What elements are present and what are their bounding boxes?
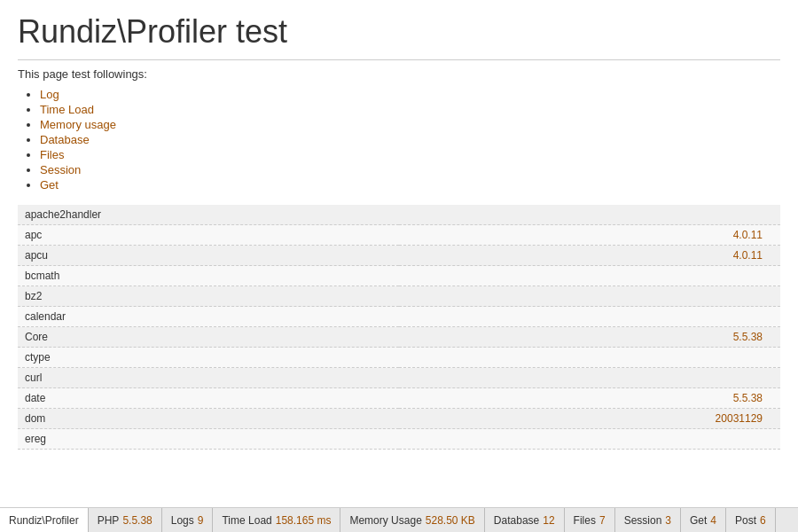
status-bar: Rundiz\ProfilerPHP5.5.38Logs9Time Load15… bbox=[0, 507, 798, 532]
status-item[interactable]: Session3 bbox=[615, 508, 681, 532]
feature-list-item: Memory usage bbox=[40, 118, 780, 131]
status-label: PHP bbox=[98, 514, 120, 527]
status-value: 3 bbox=[665, 514, 671, 527]
feature-link[interactable]: Database bbox=[40, 133, 90, 146]
row-name: curl bbox=[18, 368, 399, 388]
row-value bbox=[399, 307, 780, 327]
status-value: 12 bbox=[543, 514, 554, 527]
status-item[interactable]: Rundiz\Profiler bbox=[0, 508, 89, 532]
row-value: 5.5.38 bbox=[399, 327, 780, 348]
row-name: dom bbox=[18, 409, 399, 429]
row-name: ereg bbox=[18, 429, 399, 450]
status-label: Database bbox=[494, 514, 539, 527]
feature-list: LogTime LoadMemory usageDatabaseFilesSes… bbox=[40, 88, 780, 192]
status-label: Logs bbox=[171, 514, 194, 527]
table-row: bcmath bbox=[18, 266, 780, 286]
status-value: 9 bbox=[198, 514, 204, 527]
feature-list-item: Session bbox=[40, 163, 780, 176]
status-item[interactable]: Post6 bbox=[726, 508, 776, 532]
row-value bbox=[399, 266, 780, 286]
feature-list-item: Database bbox=[40, 133, 780, 146]
feature-list-item: Files bbox=[40, 148, 780, 161]
feature-list-item: Time Load bbox=[40, 103, 780, 116]
row-value bbox=[399, 205, 780, 225]
row-name: bz2 bbox=[18, 286, 399, 307]
status-value: 6 bbox=[760, 514, 766, 527]
row-name: apc bbox=[18, 225, 399, 246]
row-value: 4.0.11 bbox=[399, 246, 780, 266]
status-value: 528.50 KB bbox=[426, 514, 475, 527]
status-item[interactable]: Memory Usage528.50 KB bbox=[340, 508, 484, 532]
row-name: apache2handler bbox=[18, 205, 399, 225]
feature-link[interactable]: Session bbox=[40, 163, 81, 176]
status-label: Rundiz\Profiler bbox=[9, 514, 79, 527]
row-name: ctype bbox=[18, 348, 399, 368]
table-row: ctype bbox=[18, 348, 780, 368]
status-label: Files bbox=[574, 514, 596, 527]
table-row: calendar bbox=[18, 307, 780, 327]
row-name: apcu bbox=[18, 246, 399, 266]
page-title: Rundiz\Profiler test bbox=[18, 13, 780, 60]
table-row: bz2 bbox=[18, 286, 780, 307]
feature-link[interactable]: Time Load bbox=[40, 103, 94, 116]
status-item[interactable]: Database12 bbox=[485, 508, 565, 532]
row-name: date bbox=[18, 388, 399, 409]
row-value bbox=[399, 368, 780, 388]
status-item[interactable]: Get4 bbox=[681, 508, 726, 532]
table-row: apc4.0.11 bbox=[18, 225, 780, 246]
row-name: bcmath bbox=[18, 266, 399, 286]
table-row: Core5.5.38 bbox=[18, 327, 780, 348]
status-value: 4 bbox=[710, 514, 716, 527]
status-value: 158.165 ms bbox=[276, 514, 332, 527]
row-value: 4.0.11 bbox=[399, 225, 780, 246]
row-name: Core bbox=[18, 327, 399, 348]
feature-list-item: Log bbox=[40, 88, 780, 101]
row-name: calendar bbox=[18, 307, 399, 327]
status-value: 5.5.38 bbox=[122, 514, 152, 527]
table-row: dom20031129 bbox=[18, 409, 780, 429]
status-item[interactable]: Logs9 bbox=[162, 508, 214, 532]
feature-link[interactable]: Files bbox=[40, 148, 64, 161]
status-label: Get bbox=[690, 514, 707, 527]
data-table: apache2handlerapc4.0.11apcu4.0.11bcmathb… bbox=[18, 205, 780, 450]
status-item[interactable]: Files7 bbox=[565, 508, 615, 532]
status-item[interactable]: Time Load158.165 ms bbox=[213, 508, 340, 532]
table-row: date5.5.38 bbox=[18, 388, 780, 409]
table-row: curl bbox=[18, 368, 780, 388]
feature-link[interactable]: Get bbox=[40, 178, 59, 192]
status-label: Time Load bbox=[222, 514, 271, 527]
status-label: Memory Usage bbox=[349, 514, 421, 527]
row-value: 20031129 bbox=[399, 409, 780, 429]
row-value bbox=[399, 429, 780, 450]
intro-text: This page test followings: bbox=[18, 67, 780, 81]
status-label: Session bbox=[624, 514, 662, 527]
row-value bbox=[399, 348, 780, 368]
table-row: apache2handler bbox=[18, 205, 780, 225]
main-content: Rundiz\Profiler test This page test foll… bbox=[0, 0, 798, 507]
table-row: ereg bbox=[18, 429, 780, 450]
feature-link[interactable]: Log bbox=[40, 88, 59, 101]
status-value: 7 bbox=[599, 514, 606, 527]
feature-list-item: Get bbox=[40, 178, 780, 192]
row-value bbox=[399, 286, 780, 307]
row-value: 5.5.38 bbox=[399, 388, 780, 409]
feature-link[interactable]: Memory usage bbox=[40, 118, 116, 131]
table-row: apcu4.0.11 bbox=[18, 246, 780, 266]
status-item[interactable]: PHP5.5.38 bbox=[89, 508, 162, 532]
status-label: Post bbox=[735, 514, 756, 527]
